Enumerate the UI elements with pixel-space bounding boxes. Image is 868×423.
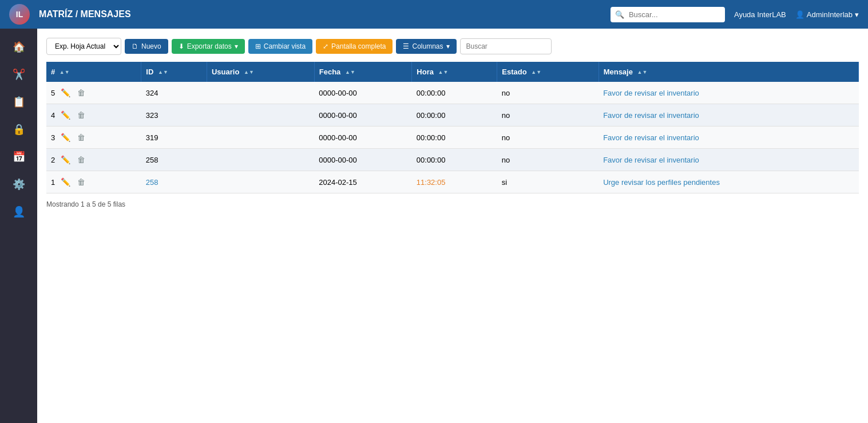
logo-text: IL [16,10,23,19]
sidebar-item-home[interactable]: 🏠 [0,33,37,61]
col-num[interactable]: # ▲▼ [46,62,141,82]
cell-usuario [207,171,314,193]
sidebar-item-user[interactable]: 👤 [0,198,37,226]
sidebar: 🏠 ✂️ 📋 🔒 📅 ⚙️ 👤 [0,29,37,423]
col-id[interactable]: ID ▲▼ [141,62,207,82]
view-icon: ⊞ [255,42,261,50]
table-row: 4 ✏️ 🗑 3230000-00-0000:00:00noFavor de r… [46,104,859,126]
user-name: AdminInterlab [807,10,853,19]
sidebar-item-settings[interactable]: ⚙️ [0,171,37,198]
cell-id: 324 [141,82,207,104]
search-icon: 🔍 [615,10,624,19]
help-link[interactable]: Ayuda InterLAB [734,10,786,19]
delete-button[interactable]: 🗑 [75,132,88,143]
change-view-label: Cambiar vista [264,42,306,50]
table-row: 1 ✏️ 🗑 2582024-02-1511:32:05siUrge revis… [46,171,859,193]
sidebar-item-lock[interactable]: 🔒 [0,116,37,143]
cell-estado: no [497,126,599,149]
cell-hora: 00:00:00 [412,126,497,149]
search-wrapper: 🔍 [611,7,725,22]
table-row: 2 ✏️ 🗑 2580000-00-0000:00:00noFavor de r… [46,149,859,171]
edit-button[interactable]: ✏️ [58,109,73,121]
sidebar-item-tools[interactable]: ✂️ [0,61,37,88]
cell-mensaje: Favor de revisar el inventario [599,126,858,149]
sort-icon-estado: ▲▼ [531,70,541,75]
table-row: 3 ✏️ 🗑 3190000-00-0000:00:00noFavor de r… [46,126,859,149]
chevron-down-icon: ▾ [855,10,859,19]
col-fecha[interactable]: Fecha ▲▼ [314,62,412,82]
cell-estado: no [497,104,599,126]
export-button[interactable]: ⬇ Exportar datos ▾ [172,39,245,54]
cell-id: 323 [141,104,207,126]
table-header-row: # ▲▼ ID ▲▼ Usuario ▲▼ Fecha ▲▼ Hora ▲▼ [46,62,859,82]
delete-button[interactable]: 🗑 [75,176,88,188]
topbar-search-input[interactable] [611,7,725,22]
cell-hora: 11:32:05 [412,171,497,193]
sort-icon-mensaje: ▲▼ [637,70,648,75]
sort-icon-id: ▲▼ [158,70,168,75]
cell-fecha: 2024-02-15 [314,171,412,193]
delete-button[interactable]: 🗑 [75,87,88,98]
cell-estado: si [497,171,599,193]
sort-icon-usuario: ▲▼ [244,70,254,75]
delete-button[interactable]: 🗑 [75,154,88,165]
mensaje-link[interactable]: Favor de revisar el inventario [603,133,699,142]
columns-button[interactable]: ☰ Columnas ▾ [396,39,456,54]
cell-usuario [207,126,314,149]
row-num: 1 [51,178,55,187]
id-link[interactable]: 258 [146,178,158,187]
row-num: 4 [51,111,55,120]
edit-button[interactable]: ✏️ [58,154,73,165]
columns-chevron-icon: ▾ [446,42,450,50]
topbar: IL MATRÍZ / MENSAJES 🔍 Ayuda InterLAB 👤 … [0,0,868,29]
table-search-input[interactable] [460,38,552,54]
fullscreen-icon: ⤢ [323,42,328,50]
cell-mensaje: Favor de revisar el inventario [599,82,858,104]
col-estado[interactable]: Estado ▲▼ [497,62,599,82]
col-usuario[interactable]: Usuario ▲▼ [207,62,314,82]
sidebar-item-list[interactable]: 📋 [0,88,37,116]
col-mensaje[interactable]: Mensaje ▲▼ [599,62,858,82]
export-label: Exportar datos [187,42,232,50]
cell-id: 319 [141,126,207,149]
cell-hora: 00:00:00 [412,104,497,126]
mensaje-link[interactable]: Favor de revisar el inventario [603,111,699,120]
cell-estado: no [497,82,599,104]
fullscreen-button[interactable]: ⤢ Pantalla completa [316,39,393,54]
cell-fecha: 0000-00-00 [314,126,412,149]
export-chevron-icon: ▾ [235,42,238,50]
cell-fecha: 0000-00-00 [314,104,412,126]
delete-button[interactable]: 🗑 [75,109,88,121]
table-row: 5 ✏️ 🗑 3240000-00-0000:00:00noFavor de r… [46,82,859,104]
new-button[interactable]: 🗋 Nuevo [125,39,168,54]
cell-usuario [207,104,314,126]
fullscreen-label: Pantalla completa [331,42,386,50]
status-footer: Mostrando 1 a 5 de 5 filas [46,200,859,208]
row-actions-cell: 2 ✏️ 🗑 [46,149,141,171]
user-menu[interactable]: 👤 AdminInterlab ▾ [795,10,859,19]
col-hora[interactable]: Hora ▲▼ [412,62,497,82]
edit-button[interactable]: ✏️ [58,132,73,143]
mensaje-link[interactable]: Favor de revisar el inventario [603,156,699,164]
sort-icon-fecha: ▲▼ [345,70,355,75]
cell-id: 258 [141,171,207,193]
row-num: 3 [51,133,55,142]
user-avatar-icon: 👤 [795,10,804,19]
cell-usuario [207,82,314,104]
row-num: 5 [51,89,55,97]
edit-button[interactable]: ✏️ [58,87,73,98]
cell-id: 258 [141,149,207,171]
change-view-button[interactable]: ⊞ Cambiar vista [248,39,312,54]
sort-icon-hora: ▲▼ [438,70,449,75]
mensaje-link[interactable]: Urge revisar los perfiles pendientes [603,178,720,187]
mensaje-link[interactable]: Favor de revisar el inventario [603,89,699,97]
columns-label: Columnas [412,42,443,50]
cell-fecha: 0000-00-00 [314,82,412,104]
sidebar-item-calendar[interactable]: 📅 [0,143,37,171]
download-icon: ⬇ [179,42,184,50]
export-select[interactable]: Exp. Hoja Actual [46,38,121,55]
cell-mensaje: Favor de revisar el inventario [599,104,858,126]
cell-estado: no [497,149,599,171]
edit-button[interactable]: ✏️ [58,176,73,188]
page-title: MATRÍZ / MENSAJES [39,9,601,19]
